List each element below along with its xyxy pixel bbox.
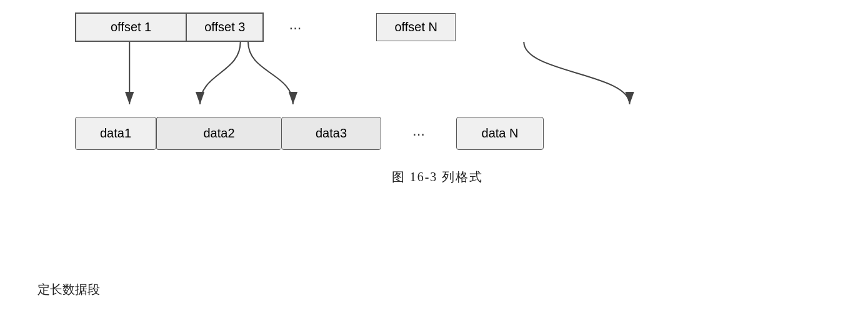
data-box-3: data3 xyxy=(281,117,381,150)
footer-text: 定长数据段 xyxy=(37,281,100,298)
caption: 图 16-3 列格式 xyxy=(62,169,812,186)
data-box-2: data2 xyxy=(156,117,281,150)
arrows-area xyxy=(75,42,812,117)
offset-dots: ··· xyxy=(289,19,301,36)
offset-box-n: offset N xyxy=(376,13,456,41)
offset-row: offset 1 offset 3 ··· offset N xyxy=(75,12,812,42)
diagram-container: offset 1 offset 3 ··· offset N xyxy=(62,12,812,186)
data-row: data1 data2 data3 ··· data N xyxy=(75,117,812,150)
data-box-1: data1 xyxy=(75,117,156,150)
data-dots: ··· xyxy=(412,125,425,142)
offset-box-1: offset 1 xyxy=(76,13,186,41)
arrows-svg xyxy=(75,42,812,117)
data-box-n: data N xyxy=(456,117,544,150)
offset-box-3: offset 3 xyxy=(186,13,263,41)
